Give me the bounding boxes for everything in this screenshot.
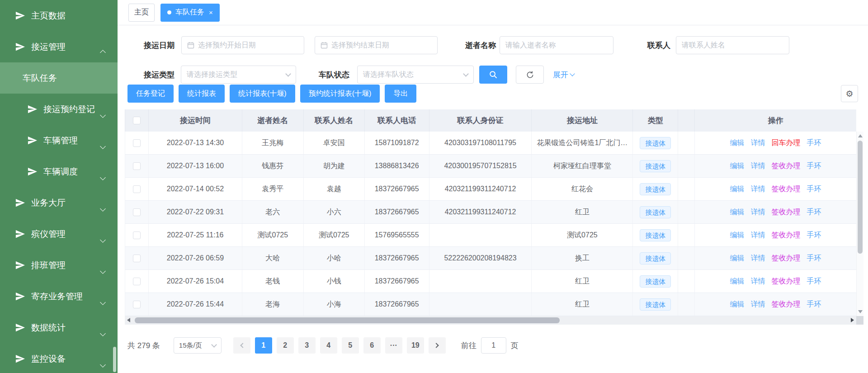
row-checkbox[interactable] [133, 139, 141, 147]
vertical-scrollbar[interactable] [856, 132, 863, 316]
reset-button[interactable] [516, 66, 544, 84]
action-link[interactable]: 详情 [751, 277, 765, 286]
page-number-button[interactable]: 5 [342, 337, 359, 354]
contact-input[interactable]: 请联系人姓名 [676, 36, 789, 54]
action-link[interactable]: 手环 [807, 277, 821, 286]
tab-home[interactable]: 主页 [128, 4, 155, 22]
action-link[interactable]: 签收办理 [772, 231, 801, 240]
action-link[interactable]: 手环 [807, 138, 821, 148]
row-checkbox[interactable] [133, 208, 141, 216]
row-select-cell [125, 201, 149, 223]
expand-toggle[interactable]: 展开 [553, 70, 574, 80]
page-number-button[interactable]: 3 [298, 337, 316, 354]
action-link[interactable]: 签收办理 [772, 161, 801, 171]
sidebar-item-vehicle-dispatch[interactable]: 车辆调度 [0, 156, 118, 187]
action-link[interactable]: 回车办理 [772, 138, 801, 148]
sidebar-item-transport-management[interactable]: 接运管理 [0, 31, 118, 62]
horizontal-scrollbar-thumb[interactable] [135, 317, 560, 323]
page-more-button[interactable]: ··· [385, 337, 402, 354]
action-link[interactable]: 编辑 [730, 277, 745, 286]
sidebar-item-storage-business-management[interactable]: 寄存业务管理 [0, 281, 118, 312]
scroll-up-icon[interactable] [858, 134, 863, 137]
action-link[interactable]: 编辑 [730, 231, 745, 240]
sidebar-item-funeral-management[interactable]: 殡仪管理 [0, 218, 118, 250]
select-all-checkbox[interactable] [133, 117, 141, 124]
next-page-button[interactable] [429, 337, 446, 354]
action-link[interactable]: 详情 [751, 254, 765, 263]
date-start-placeholder: 选择预约开始日期 [198, 41, 256, 50]
pickup-type-select[interactable]: 请选择接运类型 [181, 66, 296, 84]
chevron-down-icon [101, 203, 105, 213]
deceased-name-input[interactable]: 请输入逝者名称 [500, 36, 613, 54]
reservation-stats-report-shiyan-button[interactable]: 预约统计报表(十堰) [300, 85, 380, 103]
filter-panel: 接运日期 选择预约开始日期 选择预约结束日期 逝者名称 请输入逝者名称 [118, 25, 868, 84]
page-number-button[interactable]: 2 [277, 337, 294, 354]
type-cell: 接遗体 [633, 224, 678, 246]
row-checkbox[interactable] [133, 231, 141, 239]
date-end-input[interactable]: 选择预约结束日期 [315, 36, 438, 54]
stats-report-shiyan-button[interactable]: 统计报表(十堰) [230, 85, 295, 103]
sidebar-item-monitoring-devices[interactable]: 监控设备 [0, 343, 118, 373]
action-link[interactable]: 签收办理 [772, 300, 801, 309]
action-link[interactable]: 编辑 [730, 300, 745, 309]
sidebar-item-data-statistics[interactable]: 数据统计 [0, 312, 118, 343]
action-link[interactable]: 详情 [751, 184, 765, 194]
action-link[interactable]: 手环 [807, 161, 821, 171]
sidebar-scrollbar-thumb[interactable] [113, 347, 116, 372]
page-number-button[interactable]: 4 [320, 337, 337, 354]
send-icon [27, 135, 38, 146]
task-register-button[interactable]: 任务登记 [127, 85, 174, 103]
action-link[interactable]: 详情 [751, 231, 765, 240]
page-number-button[interactable]: 19 [407, 337, 424, 354]
row-checkbox[interactable] [133, 162, 141, 170]
action-link[interactable]: 签收办理 [772, 277, 801, 286]
action-link[interactable]: 签收办理 [772, 208, 801, 217]
date-start-input[interactable]: 选择预约开始日期 [181, 36, 304, 54]
action-link[interactable]: 编辑 [730, 254, 745, 263]
action-link[interactable]: 详情 [751, 300, 765, 309]
sidebar-item-fleet-task[interactable]: 车队任务 [0, 62, 118, 94]
scroll-right-icon[interactable] [851, 318, 854, 322]
horizontal-scrollbar[interactable] [125, 316, 856, 325]
page-size-select[interactable]: 15条/页 [174, 337, 222, 354]
action-link[interactable]: 编辑 [730, 208, 745, 217]
action-link[interactable]: 编辑 [730, 184, 745, 194]
action-link[interactable]: 手环 [807, 300, 821, 309]
close-icon[interactable]: × [209, 9, 213, 16]
stats-report-button[interactable]: 统计报表 [179, 85, 225, 103]
row-checkbox[interactable] [133, 278, 141, 285]
scroll-left-icon[interactable] [127, 318, 130, 322]
action-link[interactable]: 详情 [751, 138, 765, 148]
fleet-status-select[interactable]: 请选择车队状态 [357, 66, 474, 84]
action-link[interactable]: 签收办理 [772, 184, 801, 194]
tab-fleet-task[interactable]: 车队任务× [160, 4, 220, 22]
action-link[interactable]: 手环 [807, 208, 821, 217]
row-checkbox[interactable] [133, 301, 141, 308]
sidebar-item-vehicle-management[interactable]: 车辆管理 [0, 125, 118, 156]
action-link[interactable]: 详情 [751, 208, 765, 217]
action-link[interactable]: 编辑 [730, 161, 745, 171]
table-row: 2022-07-25 11:16测试0725测试072515769565555测… [125, 224, 856, 247]
prev-page-button[interactable] [233, 337, 250, 354]
action-link[interactable]: 详情 [751, 161, 765, 171]
export-button[interactable]: 导出 [385, 85, 416, 103]
page-number-button[interactable]: 6 [363, 337, 381, 354]
action-link[interactable]: 编辑 [730, 138, 745, 148]
actions-cell: 编辑详情签收办理手环 [695, 201, 856, 223]
action-link[interactable]: 手环 [807, 231, 821, 240]
page-number-button[interactable]: 1 [255, 337, 272, 354]
row-checkbox[interactable] [133, 255, 141, 262]
row-checkbox[interactable] [133, 185, 141, 193]
action-link[interactable]: 手环 [807, 184, 821, 194]
action-link[interactable]: 手环 [807, 254, 821, 263]
sidebar-item-pickup-reservation-register[interactable]: 接运预约登记 [0, 94, 118, 125]
scroll-down-icon[interactable] [858, 310, 863, 313]
goto-page-input[interactable] [481, 337, 506, 354]
search-button[interactable] [479, 66, 507, 84]
vertical-scrollbar-thumb[interactable] [858, 141, 863, 254]
action-link[interactable]: 签收办理 [772, 254, 801, 263]
sidebar-item-shift-management[interactable]: 排班管理 [0, 250, 118, 281]
sidebar-item-business-hall[interactable]: 业务大厅 [0, 187, 118, 218]
column-settings-button[interactable]: ⚙ [841, 85, 858, 102]
sidebar-item-home-data[interactable]: 主页数据 [0, 0, 118, 31]
